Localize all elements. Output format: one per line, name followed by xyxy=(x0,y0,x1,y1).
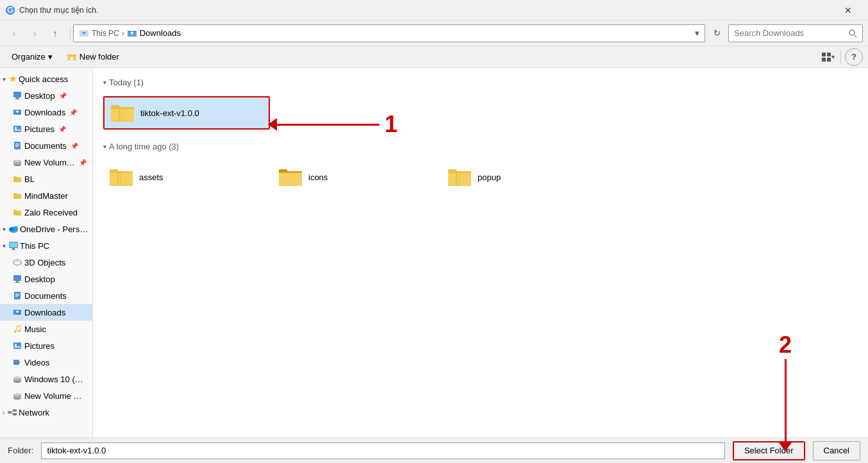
svg-rect-40 xyxy=(13,275,21,281)
folder-item-tiktok[interactable]: tiktok-ext-v1.0.0 xyxy=(103,96,270,130)
new-folder-button[interactable]: New folder xyxy=(60,48,126,66)
folder-input[interactable] xyxy=(41,442,724,459)
svg-rect-13 xyxy=(827,53,831,56)
sidebar-windows10-label: Windows 10 (… xyxy=(24,375,83,384)
sidebar-item-downloads-qa[interactable]: Downloads 📌 xyxy=(0,104,92,121)
sidebar-pictures-thispc-label: Pictures xyxy=(24,341,54,351)
svg-marker-39 xyxy=(13,259,21,263)
sidebar: ▾ Quick access Desktop 📌 Downloads xyxy=(0,68,93,437)
documents-icon-2 xyxy=(13,291,22,300)
sidebar-item-newvolume[interactable]: New Volum… 📌 xyxy=(0,154,92,171)
onedrive-label: OneDrive - Pers… xyxy=(20,224,88,234)
svg-line-51 xyxy=(17,326,21,326)
address-dropdown[interactable]: ▾ xyxy=(695,28,699,38)
svg-rect-25 xyxy=(15,144,19,144)
close-button[interactable]: ✕ xyxy=(833,0,863,21)
pin-icon-pic: 📌 xyxy=(58,126,66,133)
sidebar-newvolumed[interactable]: New Volume … xyxy=(0,387,92,404)
search-icon xyxy=(848,29,857,38)
back-button[interactable]: ‹ xyxy=(5,24,23,42)
svg-rect-37 xyxy=(10,242,17,248)
help-button[interactable]: ? xyxy=(845,48,863,66)
folder-item-icons[interactable]: icons xyxy=(272,160,439,194)
folder-item-assets[interactable]: assets xyxy=(103,160,270,194)
sidebar-newvolume-label: New Volum… xyxy=(24,158,75,167)
folder-tiktok-name: tiktok-ext-v1.0.0 xyxy=(140,108,199,118)
folder-item-popup[interactable]: popup xyxy=(442,160,608,194)
sidebar-videos[interactable]: Videos xyxy=(0,354,92,371)
section-longago-label: A long time ago (3) xyxy=(109,142,179,151)
sidebar-3dobjects-label: 3D Objects xyxy=(24,258,65,267)
pictures-icon-2 xyxy=(13,341,22,350)
address-current: Downloads xyxy=(140,28,181,38)
forward-button[interactable]: › xyxy=(26,24,44,42)
sidebar-windows10[interactable]: Windows 10 (… xyxy=(0,371,92,387)
sidebar-desktop-thispc-label: Desktop xyxy=(24,274,55,284)
chevron-today: ▾ xyxy=(103,79,106,86)
sidebar-zalo-label: Zalo Received xyxy=(24,208,78,217)
downloads-icon-qa xyxy=(13,108,22,117)
search-input[interactable] xyxy=(734,28,846,38)
videos-icon xyxy=(13,358,22,367)
today-items-grid: tiktok-ext-v1.0.0 xyxy=(103,94,858,132)
sidebar-downloads-thispc[interactable]: Downloads xyxy=(0,304,92,321)
sidebar-item-documents[interactable]: Documents 📌 xyxy=(0,137,92,154)
section-today-header[interactable]: ▾ Today (1) xyxy=(103,73,858,91)
svg-text:G: G xyxy=(7,5,13,15)
sidebar-3dobjects[interactable]: 3D Objects xyxy=(0,254,92,271)
sidebar-this-pc[interactable]: ▾ This PC xyxy=(0,237,92,254)
svg-point-23 xyxy=(15,127,17,129)
svg-marker-55 xyxy=(19,361,21,364)
folder-icon-bl xyxy=(13,174,22,183)
folder-large-icon-icons xyxy=(278,165,303,189)
content-area: ▾ Today (1) tiktok-ext-v1.0.0 ▾ A long t… xyxy=(93,68,868,437)
sidebar-item-mindmaster[interactable]: MindMaster xyxy=(0,187,92,204)
command-bar: Organize ▾ New folder ▾ ? xyxy=(0,46,868,68)
sidebar-item-desktop[interactable]: Desktop 📌 xyxy=(0,87,92,104)
sidebar-item-pictures[interactable]: Pictures 📌 xyxy=(0,121,92,137)
sidebar-item-bl[interactable]: BL xyxy=(0,171,92,187)
pin-icon-nv: 📌 xyxy=(79,159,87,166)
up-button[interactable]: ↑ xyxy=(46,24,64,42)
svg-rect-63 xyxy=(13,409,17,412)
view-dropdown-arrow: ▾ xyxy=(831,53,835,60)
sidebar-downloads-qa-label: Downloads xyxy=(24,108,65,117)
sidebar-pictures-label: Pictures xyxy=(24,124,54,134)
folder-icons-name: icons xyxy=(308,173,328,182)
select-folder-button[interactable]: Select Folder xyxy=(733,441,805,460)
sidebar-desktop-thispc[interactable]: Desktop xyxy=(0,271,92,287)
sidebar-pictures-thispc[interactable]: Pictures xyxy=(0,337,92,354)
this-pc-label: This PC xyxy=(20,241,49,251)
sidebar-network[interactable]: › Network xyxy=(0,404,92,421)
search-box xyxy=(728,24,863,42)
address-bar[interactable]: This PC › Downloads ▾ xyxy=(73,24,705,42)
organize-button[interactable]: Organize ▾ xyxy=(5,48,59,66)
svg-rect-12 xyxy=(822,53,826,56)
refresh-button[interactable]: ↻ xyxy=(708,24,726,42)
sidebar-onedrive[interactable]: ▾ OneDrive - Pers… xyxy=(0,221,92,237)
section-longago-header[interactable]: ▾ A long time ago (3) xyxy=(103,137,858,155)
sidebar-section-quick-access[interactable]: ▾ Quick access xyxy=(0,71,92,87)
pin-icon-doc: 📌 xyxy=(71,142,78,149)
svg-rect-41 xyxy=(16,281,19,282)
cancel-button[interactable]: Cancel xyxy=(813,441,860,460)
longago-items-grid: assets icons popup xyxy=(103,158,858,196)
svg-point-30 xyxy=(13,160,21,162)
drive-d-icon xyxy=(13,391,22,400)
svg-rect-54 xyxy=(13,360,19,365)
svg-point-50 xyxy=(18,330,21,332)
sidebar-item-zalo[interactable]: Zalo Received xyxy=(0,204,92,221)
svg-rect-36 xyxy=(11,249,16,250)
desktop-icon xyxy=(13,91,22,100)
address-thispc: This PC xyxy=(92,29,119,38)
address-sep: › xyxy=(122,29,124,38)
svg-point-58 xyxy=(13,376,21,379)
svg-marker-16 xyxy=(9,75,17,82)
svg-rect-64 xyxy=(13,413,17,416)
folder-large-icon-assets xyxy=(108,165,134,189)
svg-rect-22 xyxy=(13,126,21,132)
sidebar-bl-label: BL xyxy=(24,174,35,184)
sidebar-documents-thispc[interactable]: Documents xyxy=(0,287,92,304)
sidebar-music[interactable]: Music xyxy=(0,321,92,337)
view-toggle-button[interactable]: ▾ xyxy=(819,48,837,66)
